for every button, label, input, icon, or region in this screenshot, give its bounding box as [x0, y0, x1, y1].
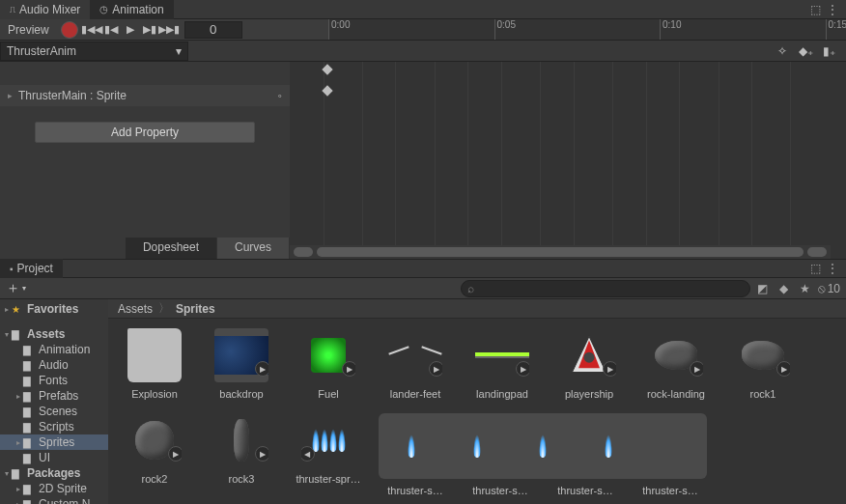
asset-thruster-sub-0[interactable]	[384, 419, 438, 473]
svg-point-2	[584, 352, 595, 363]
animation-clip-row: ThrusterAnim ▾ ✧ ◆₊ ▮₊	[0, 41, 846, 62]
tree-item-animation[interactable]: ▇Animation	[0, 342, 108, 357]
ruler-tick: 0:05	[494, 19, 516, 40]
tree-item-ui[interactable]: ▇UI	[0, 450, 108, 465]
asset-backdrop[interactable]: ▶ backdrop	[205, 328, 278, 400]
play-button[interactable]: ▶	[121, 21, 140, 39]
tab-project[interactable]: ▪ Project	[0, 259, 63, 278]
eye-off-icon: ⦸	[818, 282, 826, 295]
hidden-visibility[interactable]: ⦸ 10	[818, 282, 840, 295]
asset-landingpad[interactable]: ▶ landingpad	[465, 328, 539, 400]
expand-icon[interactable]: ▶	[776, 361, 790, 377]
record-button[interactable]	[61, 21, 78, 39]
tree-item-scenes[interactable]: ▇Scenes	[0, 404, 108, 419]
prev-frame-button[interactable]: ▮◀	[101, 21, 121, 39]
clip-name: ThrusterAnim	[7, 44, 76, 58]
asset-rock1[interactable]: ▶ rock1	[726, 328, 800, 400]
lock-icon[interactable]: ⬚	[810, 262, 821, 275]
breadcrumb-item[interactable]: Assets	[118, 302, 153, 316]
breadcrumb-item[interactable]: Sprites	[176, 302, 215, 316]
favorite-icon[interactable]: ★	[797, 280, 814, 297]
collapse-icon[interactable]: ◀	[301, 446, 315, 462]
sub-sprite-row	[379, 413, 707, 479]
asset-rock-landing[interactable]: ▶ rock-landing	[639, 328, 713, 400]
breadcrumb: Assets 〉 Sprites	[108, 299, 846, 319]
project-tree[interactable]: ▸★Favorites ▾▇Assets ▇Animation ▇Audio ▇…	[0, 299, 108, 504]
search-input[interactable]	[461, 280, 750, 297]
horizontal-scrollbar[interactable]	[290, 245, 831, 259]
animation-property-list: ▸ ThrusterMain : Sprite ◦ Add Property D…	[0, 62, 290, 259]
first-frame-button[interactable]: ▮◀◀	[82, 21, 101, 39]
ruler-tick: 0:00	[328, 19, 350, 40]
add-button[interactable]: ＋▾	[6, 279, 26, 297]
project-icon: ▪	[10, 264, 14, 274]
asset-thruster-sub-1[interactable]	[450, 419, 504, 473]
asset-lander-feet[interactable]: ▶ lander-feet	[379, 328, 452, 400]
next-frame-button[interactable]: ▶▮	[140, 21, 159, 39]
expand-icon[interactable]: ▶	[168, 446, 182, 462]
clip-dropdown[interactable]: ThrusterAnim ▾	[0, 42, 188, 61]
mixer-icon: ⎍	[10, 4, 15, 14]
asset-playership[interactable]: ▶ playership	[552, 328, 626, 400]
search-by-label-icon[interactable]: ◆	[776, 280, 793, 297]
kebab-menu-icon[interactable]: ⋮	[827, 3, 838, 16]
track-options-icon[interactable]: ◦	[278, 89, 282, 102]
kebab-menu-icon[interactable]: ⋮	[827, 262, 838, 275]
asset-rock3[interactable]: ▶ rock3	[205, 413, 278, 496]
animation-panel: Preview ▮◀◀ ▮◀ ▶ ▶▮ ▶▶▮ 0:00 0:05 0:10 0…	[0, 19, 846, 259]
asset-explosion-folder[interactable]: Explosion	[118, 328, 191, 400]
project-window-tabs: ▪ Project ⬚ ⋮	[0, 259, 846, 278]
ruler-tick: 0:10	[660, 19, 681, 40]
project-toolbar: ＋▾ ◩ ◆ ★ ⦸ 10	[0, 278, 846, 299]
tree-item-sprites[interactable]: ▸▇Sprites	[0, 434, 108, 450]
track-row[interactable]: ▸ ThrusterMain : Sprite ◦	[0, 85, 290, 106]
tab-label: Project	[17, 262, 53, 275]
tree-packages[interactable]: ▾▇Packages	[0, 465, 108, 481]
tree-favorites[interactable]: ▸★Favorites	[0, 301, 108, 317]
track-label: ThrusterMain : Sprite	[18, 89, 127, 102]
filter-by-selection-button[interactable]: ✧	[773, 42, 792, 60]
expand-icon[interactable]: ▶	[255, 361, 268, 377]
preview-button[interactable]: Preview	[0, 21, 57, 39]
add-property-button[interactable]: Add Property	[35, 122, 255, 143]
frame-field[interactable]	[184, 21, 242, 39]
expand-icon[interactable]: ▶	[690, 361, 703, 377]
tab-label: Animation	[112, 3, 163, 16]
add-event-button[interactable]: ▮₊	[819, 42, 838, 60]
chevron-right-icon: ▸	[8, 91, 13, 100]
expand-icon[interactable]: ▶	[429, 361, 442, 377]
curves-tab[interactable]: Curves	[217, 238, 290, 259]
timeline-ruler[interactable]: 0:00 0:05 0:10 0:15	[328, 19, 846, 41]
asset-thruster-spritesheet[interactable]: ◀ thruster-spr…	[292, 413, 365, 496]
animation-icon: ◷	[99, 4, 108, 14]
project-content: Assets 〉 Sprites Explosion ▶ backdrop ▶ …	[108, 299, 846, 504]
tree-item-scripts[interactable]: ▇Scripts	[0, 419, 108, 434]
asset-rock2[interactable]: ▶ rock2	[118, 413, 191, 496]
chevron-right-icon: 〉	[158, 300, 170, 317]
asset-thruster-sub-2[interactable]	[516, 419, 570, 473]
expand-icon[interactable]: ▶	[516, 361, 529, 377]
dopesheet-tab[interactable]: Dopesheet	[126, 238, 217, 259]
expand-icon[interactable]: ▶	[603, 361, 616, 377]
tree-item-audio[interactable]: ▇Audio	[0, 357, 108, 373]
expand-icon[interactable]: ▶	[255, 446, 268, 462]
asset-thruster-sub-3[interactable]	[581, 419, 635, 473]
ruler-tick: 0:15	[826, 19, 846, 40]
tree-item-custom[interactable]: ▸▇Custom N	[0, 496, 108, 504]
add-keyframe-button[interactable]: ◆₊	[796, 42, 815, 60]
last-frame-button[interactable]: ▶▶▮	[159, 21, 179, 39]
animation-toolbar: Preview ▮◀◀ ▮◀ ▶ ▶▮ ▶▶▮ 0:00 0:05 0:10 0…	[0, 19, 846, 41]
asset-fuel[interactable]: ▶ Fuel	[292, 328, 365, 400]
tree-assets[interactable]: ▾▇Assets	[0, 326, 108, 342]
tree-item-prefabs[interactable]: ▸▇Prefabs	[0, 388, 108, 404]
tab-label: Audio Mixer	[19, 3, 80, 16]
search-by-type-icon[interactable]: ◩	[754, 280, 772, 297]
dopesheet-area[interactable]	[290, 62, 846, 259]
tab-audio-mixer[interactable]: ⎍ Audio Mixer	[0, 0, 90, 19]
lock-icon[interactable]: ⬚	[810, 3, 821, 16]
tree-item-2d-sprite[interactable]: ▸▇2D Sprite	[0, 481, 108, 496]
asset-grid[interactable]: Explosion ▶ backdrop ▶ Fuel ▶ lander-fee…	[108, 319, 846, 504]
tree-item-fonts[interactable]: ▇Fonts	[0, 373, 108, 388]
tab-animation[interactable]: ◷ Animation	[90, 0, 173, 19]
expand-icon[interactable]: ▶	[342, 361, 355, 377]
